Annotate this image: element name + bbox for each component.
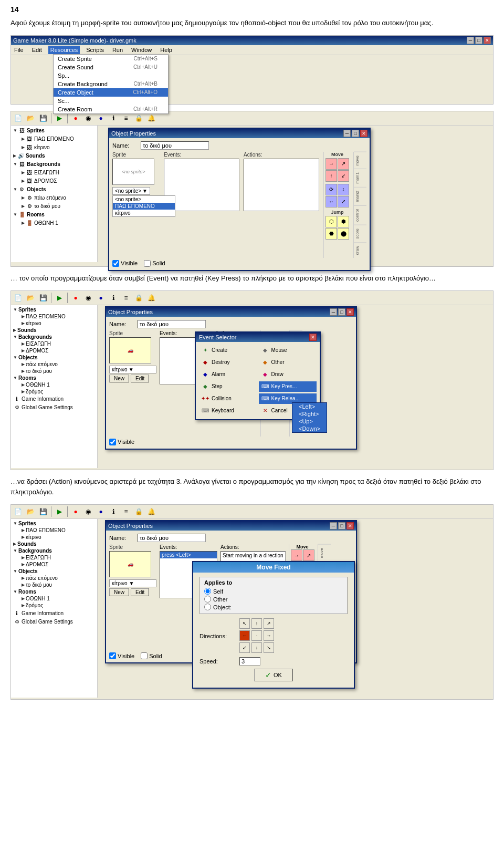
s4-settings[interactable]: ⚙Global Game Settings	[12, 617, 96, 626]
s3-dromos[interactable]: ▶ΔΡΟΜΟΣ	[12, 347, 96, 354]
tab-score[interactable]: score	[354, 225, 366, 242]
jump-icon-2[interactable]: ⬢	[338, 216, 349, 227]
sidebar-backgrounds[interactable]: ▼ 🖼 Backgrounds	[12, 160, 96, 169]
dlg4-solid[interactable]: Solid	[141, 652, 162, 659]
s3-sounds[interactable]: ▶Sounds	[12, 327, 96, 334]
dlg3-sprite-select[interactable]: κίτρινο▼	[109, 366, 156, 373]
s3-rooms[interactable]: ▼Rooms	[12, 375, 96, 381]
tb4-save[interactable]: 💾	[37, 506, 49, 517]
dlg4-name-input[interactable]	[138, 534, 206, 542]
event-create[interactable]: ✦ Create	[199, 345, 257, 356]
event-draw[interactable]: ◆ Draw	[259, 369, 317, 380]
menu-resources[interactable]: Resources	[48, 46, 80, 54]
dlg4-mi1[interactable]: →	[291, 549, 302, 561]
open-btn[interactable]: 📂	[25, 112, 36, 124]
s4-sprites[interactable]: ▼Sprites	[12, 520, 96, 527]
s3-settings[interactable]: ⚙Global Game Settings	[12, 403, 96, 412]
tb-icon4[interactable]: ℹ	[108, 292, 119, 304]
s3-gameinfo[interactable]: ℹGame Information	[12, 395, 96, 403]
radio-object[interactable]: Object:	[204, 604, 343, 610]
s4-pao2[interactable]: ▶πάω επόμενο	[12, 575, 96, 581]
dlg4-close[interactable]: ✕	[346, 522, 354, 529]
dlg4-max[interactable]: □	[338, 522, 345, 529]
s4-eisagogi[interactable]: ▶ΕΙΣΑΓΩΓΗ	[12, 554, 96, 561]
dlg3-edit[interactable]: Edit	[131, 375, 149, 382]
menu-scripts[interactable]: Scripts	[84, 46, 106, 54]
tb-icon7[interactable]: 🔔	[145, 292, 157, 304]
dir-r[interactable]: →	[264, 630, 274, 641]
sidebar-sprites[interactable]: ▼ 🖼 Sprites	[12, 127, 96, 135]
move-icon-6[interactable]: ↕	[338, 184, 349, 195]
move-icon-1[interactable]: →	[326, 158, 337, 170]
ok-button[interactable]: ✓ OK	[254, 669, 293, 681]
play-btn[interactable]: ▶	[54, 112, 65, 124]
s4-dromos[interactable]: ▶ΔΡΟΜΟΣ	[12, 561, 96, 568]
dlg4-edit[interactable]: Edit	[131, 588, 149, 596]
event-keyboard[interactable]: ⌨ Keyboard	[199, 406, 257, 416]
tb-play[interactable]: ▶	[54, 292, 65, 304]
s3-sprites[interactable]: ▼Sprites	[12, 306, 96, 313]
menu-create-background[interactable]: Create BackgroundCtrl+Alt+B	[54, 80, 168, 88]
s3-pao[interactable]: ▶ΠΑΩ ΕΠΟΜΕΝΟ	[12, 313, 96, 320]
sidebar-pao2[interactable]: ▶ ⚙ πάω επόμενο	[12, 194, 96, 202]
sprite-opt-none[interactable]: <no sprite>	[113, 196, 175, 203]
s4-rooms[interactable]: ▼Rooms	[12, 588, 96, 595]
dir-d[interactable]: ↓	[251, 642, 262, 653]
menu-help[interactable]: Help	[158, 46, 174, 54]
tb-icon6[interactable]: 🔒	[133, 292, 144, 304]
jump-icon-1[interactable]: ⬡	[326, 216, 337, 227]
menu-edit[interactable]: Edit	[30, 46, 44, 54]
dlg-close[interactable]: ✕	[360, 130, 368, 137]
s4-kit[interactable]: ▶κίτρινο	[12, 534, 96, 541]
s4-todiko[interactable]: ▶το δικό μου	[12, 581, 96, 588]
event-step[interactable]: ◆ Step	[199, 381, 257, 392]
sprite-opt-kit[interactable]: κίτρινο	[113, 210, 175, 216]
sidebar-rooms[interactable]: ▼ 🚪 Rooms	[12, 211, 96, 219]
s4-bg[interactable]: ▼Backgrounds	[12, 547, 96, 554]
menu-file[interactable]: File	[12, 46, 26, 54]
tb4-new[interactable]: 📄	[12, 506, 24, 517]
tb4-icon1[interactable]: ●	[70, 506, 81, 517]
tb-icon2[interactable]: ◉	[82, 292, 94, 304]
sidebar-objects[interactable]: ▼ ⚙ Objects	[12, 185, 96, 194]
dlg3-close[interactable]: ✕	[346, 308, 354, 316]
visible-check[interactable]: Visible	[112, 260, 138, 267]
s3-todiko[interactable]: ▶το δικό μου	[12, 368, 96, 375]
dlg4-new[interactable]: New	[109, 588, 129, 596]
dir-dl[interactable]: ↙	[239, 642, 250, 653]
dlg3-new[interactable]: New	[109, 375, 129, 382]
move-icon-2[interactable]: ↗	[338, 158, 349, 170]
s3-room1[interactable]: ▶ΟΘΩΝΗ 1	[12, 381, 96, 388]
event-collision[interactable]: ✦✦ Collision	[199, 393, 257, 404]
tab-draw[interactable]: draw	[354, 242, 366, 258]
solid-check[interactable]: Solid	[144, 260, 165, 267]
dlg-max[interactable]: □	[352, 130, 359, 137]
menu-run[interactable]: Run	[110, 46, 125, 54]
move-icon-3[interactable]: ↑	[326, 170, 337, 182]
sidebar-kitrino[interactable]: ▶ 🖼 κίτρινο	[12, 143, 96, 152]
s3-dromos2[interactable]: ▶δρόμος	[12, 388, 96, 395]
event-other[interactable]: ◆ Other	[259, 357, 317, 368]
s4-sounds[interactable]: ▶Sounds	[12, 541, 96, 547]
popup-left[interactable]: <Left>	[292, 403, 327, 410]
dir-ur[interactable]: ↗	[264, 618, 274, 629]
icon-btn4[interactable]: ℹ	[108, 112, 119, 124]
event-keypress[interactable]: ⌨ Key Pres...	[259, 381, 317, 392]
s3-bg[interactable]: ▼Backgrounds	[12, 334, 96, 340]
maximize-btn[interactable]: □	[475, 37, 482, 44]
event-alarm[interactable]: ◆ Alarm	[199, 369, 257, 380]
tab-main2[interactable]: main2	[354, 187, 366, 205]
tab-control[interactable]: control	[354, 205, 366, 225]
minimize-btn[interactable]: ─	[467, 37, 474, 44]
event-destroy[interactable]: ◆ Destroy	[199, 357, 257, 368]
name-input[interactable]	[141, 141, 209, 150]
tb-icon1[interactable]: ●	[70, 292, 81, 304]
menu-sc[interactable]: Sc...	[54, 97, 168, 105]
tb4-icon5[interactable]: ≡	[120, 506, 132, 517]
move-icon-4[interactable]: ↙	[338, 170, 349, 182]
popup-down[interactable]: <Down>	[292, 425, 327, 432]
s4-pao[interactable]: ▶ΠΑΩ ΕΠΟΜΕΝΟ	[12, 527, 96, 534]
tb4-icon2[interactable]: ◉	[82, 506, 94, 517]
dlg3-max[interactable]: □	[338, 308, 345, 316]
dlg4-visible[interactable]: Visible	[109, 652, 134, 659]
